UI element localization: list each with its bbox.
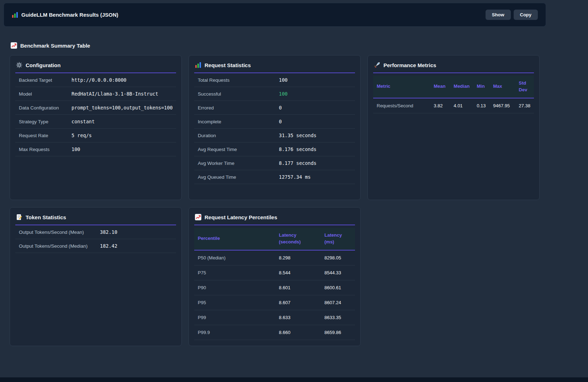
cell-latency-seconds: 8.633 — [275, 310, 321, 325]
page-title: GuideLLM Benchmark Results (JSON) — [21, 12, 118, 18]
table-row-p50: P50 (Median) 8.298 8298.05 — [194, 250, 355, 265]
cell-percentile: P99.9 — [194, 325, 275, 340]
cell-latency-seconds: 8.544 — [275, 265, 321, 280]
row-value: 0 — [279, 105, 282, 111]
col-percentile: Percentile — [194, 228, 275, 250]
row-label: Strategy Type — [19, 119, 71, 124]
memo-icon — [16, 214, 22, 220]
token-row-mean: Output Tokens/Second (Mean) 382.10 — [15, 225, 176, 239]
configuration-rows: Backend Target http://0.0.0.0:8000 Model… — [15, 73, 176, 156]
cell-min: 0.13 — [473, 98, 489, 113]
row-label: Avg Queued Time — [198, 174, 279, 180]
token-statistics-card: Token Statistics Output Tokens/Second (M… — [10, 207, 182, 346]
header-title-group: GuideLLM Benchmark Results (JSON) — [12, 12, 118, 18]
row-label: Output Tokens/Second (Median) — [19, 243, 100, 249]
row-value: 0 — [279, 119, 282, 124]
config-row-backend-target: Backend Target http://0.0.0.0:8000 — [15, 73, 176, 87]
row-label: Data Configuration — [19, 105, 71, 111]
table-row-p99: P99 8.633 8633.35 — [194, 310, 355, 325]
footer-strip — [0, 377, 588, 382]
row-label: Incomplete — [198, 119, 279, 124]
cell-latency-seconds: 8.660 — [275, 325, 321, 340]
cell-percentile: P95 — [194, 295, 275, 310]
table-row-p90: P90 8.601 8600.61 — [194, 280, 355, 295]
stat-row-avg-queued-time: Avg Queued Time 12757.34 ms — [194, 170, 355, 184]
cell-max: 9467.95 — [489, 98, 515, 113]
stat-row-incomplete: Incomplete 0 — [194, 115, 355, 129]
card-title-text: Request Latency Percentiles — [205, 214, 277, 220]
row-value: RedHatAI/Llama-3.1-8B-Instruct — [71, 91, 158, 97]
row-value: 100 — [71, 146, 80, 152]
cell-median: 4.01 — [450, 98, 473, 113]
cards-row-2: Token Statistics Output Tokens/Second (M… — [10, 207, 540, 346]
row-value: prompt_tokens=100,output_tokens=100 — [71, 105, 173, 111]
cell-latency-seconds: 8.601 — [275, 280, 321, 295]
rocket-icon — [374, 62, 380, 68]
request-statistics-card: Request Statistics Total Requests 100 Su… — [189, 55, 361, 200]
table-row-p75: P75 8.544 8544.33 — [194, 265, 355, 280]
row-label: Request Rate — [19, 133, 71, 138]
col-metric: Metric — [373, 76, 430, 98]
table-row-requests-second: Requests/Second 3.82 4.01 0.13 9467.95 2… — [373, 98, 534, 113]
row-value: 182.42 — [100, 243, 117, 249]
row-label: Avg Request Time — [198, 147, 279, 152]
row-value: 5 req/s — [71, 133, 92, 138]
config-row-strategy-type: Strategy Type constant — [15, 115, 176, 129]
token-statistics-card-title: Token Statistics — [15, 212, 176, 225]
col-min: Min — [473, 76, 489, 98]
row-label: Model — [19, 91, 71, 97]
col-std-dev: Std Dev — [515, 76, 534, 98]
row-value: constant — [71, 119, 95, 124]
cell-latency-ms: 8633.35 — [321, 310, 355, 325]
table-header: Percentile Latency (seconds) Latency (ms… — [194, 228, 355, 250]
row-label: Output Tokens/Second (Mean) — [19, 230, 100, 235]
section-heading: Benchmark Summary Table — [11, 42, 90, 49]
stat-row-total-requests: Total Requests 100 — [194, 73, 355, 87]
row-label: Max Requests — [19, 147, 71, 152]
card-title-text: Configuration — [26, 62, 60, 68]
table-row-p999: P99.9 8.660 8659.86 — [194, 325, 355, 340]
configuration-card: Configuration Backend Target http://0.0.… — [10, 55, 182, 200]
table-row-p95: P95 8.607 8607.24 — [194, 295, 355, 310]
cards-row-1: Configuration Backend Target http://0.0.… — [10, 55, 540, 200]
section-title: Benchmark Summary Table — [20, 43, 90, 49]
card-title-text: Performance Metrics — [383, 62, 436, 68]
col-mean: Mean — [430, 76, 450, 98]
cell-latency-ms: 8600.61 — [321, 280, 355, 295]
bar-chart-icon — [12, 12, 18, 18]
performance-metrics-table: Metric Mean Median Min Max Std Dev Reque… — [373, 76, 534, 113]
token-row-median: Output Tokens/Second (Median) 182.42 — [15, 239, 176, 253]
row-label: Backend Target — [19, 77, 71, 83]
cell-percentile: P50 (Median) — [194, 250, 275, 265]
performance-metrics-card-title: Performance Metrics — [373, 60, 534, 73]
chart-increasing-icon — [195, 214, 201, 220]
row-value: http://0.0.0.0:8000 — [71, 77, 126, 83]
cell-latency-seconds: 8.298 — [275, 250, 321, 265]
cell-percentile: P75 — [194, 265, 275, 280]
cell-latency-ms: 8659.86 — [321, 325, 355, 340]
config-row-model: Model RedHatAI/Llama-3.1-8B-Instruct — [15, 87, 176, 101]
table-header: Metric Mean Median Min Max Std Dev — [373, 76, 534, 98]
row-value: 12757.34 ms — [279, 174, 311, 180]
row-label: Total Requests — [198, 77, 279, 83]
row-label: Avg Worker Time — [198, 161, 279, 166]
token-statistics-rows: Output Tokens/Second (Mean) 382.10 Outpu… — [15, 225, 176, 253]
row-value-success: 100 — [279, 91, 287, 97]
config-row-data-configuration: Data Configuration prompt_tokens=100,out… — [15, 101, 176, 115]
cell-mean: 3.82 — [430, 98, 450, 113]
stat-row-avg-request-time: Avg Request Time 8.176 seconds — [194, 142, 355, 156]
show-button[interactable]: Show — [486, 10, 511, 20]
col-max: Max — [489, 76, 515, 98]
row-label: Errored — [198, 105, 279, 111]
latency-percentiles-table: Percentile Latency (seconds) Latency (ms… — [194, 228, 355, 340]
bar-chart-icon — [195, 62, 201, 68]
config-row-max-requests: Max Requests 100 — [15, 142, 176, 156]
row-value: 100 — [279, 77, 287, 83]
copy-button[interactable]: Copy — [514, 10, 538, 20]
col-latency-seconds: Latency (seconds) — [275, 228, 321, 250]
stat-row-avg-worker-time: Avg Worker Time 8.177 seconds — [194, 156, 355, 170]
config-row-request-rate: Request Rate 5 req/s — [15, 129, 176, 142]
cell-percentile: P99 — [194, 310, 275, 325]
card-title-text: Token Statistics — [26, 214, 66, 220]
cell-metric: Requests/Second — [373, 98, 430, 113]
